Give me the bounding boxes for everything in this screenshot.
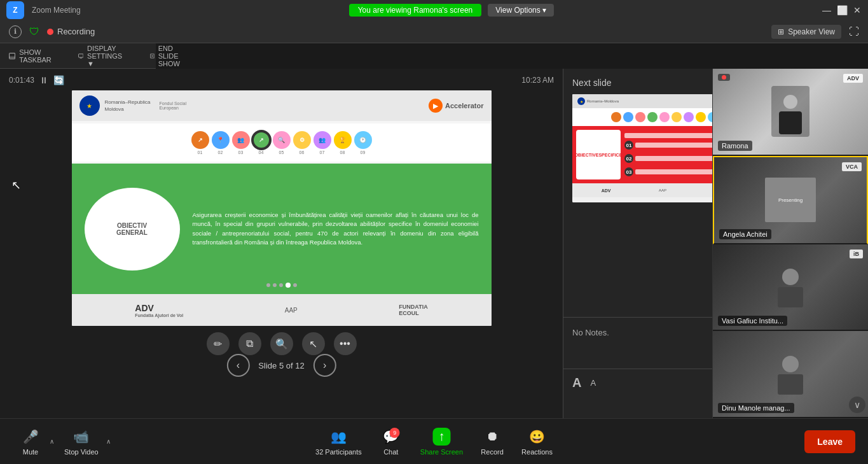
ns-obiective-subtitle: SPECIFICE [598,153,622,157]
toolbar-right: Leave [804,430,855,453]
info-bar-left: ℹ 🛡 Recording [9,25,95,38]
microphone-icon: 🎤 [22,428,39,446]
nsp-1 [611,112,621,122]
nav-dot-3 [279,283,283,287]
participants-button[interactable]: 👥 32 Participants [309,424,368,460]
mute-button[interactable]: 🎤 Mute [13,424,48,460]
window-controls: — ⬜ ✕ [822,6,862,15]
ns-footer-adv: ADV [602,188,611,193]
video-thumb-angela: Presenting VCA Angela Achitei [713,156,868,244]
nsp-4 [647,112,658,122]
ns-num-3: 03 [624,167,633,176]
eu-logo: ★ [79,95,100,116]
minimize-button[interactable]: — [822,6,831,15]
pen-tool-button[interactable]: ✏ [207,332,230,355]
eu-logo-area: ★ Romania–RepublicaMoldova Fondul Social… [79,95,186,116]
recording-label: Recording [57,27,95,36]
screen-share-status: You are viewing Ramona's screen [349,4,482,17]
mute-chevron-icon[interactable]: ∧ [50,438,54,445]
slide-top-bar: ★ Romania–RepublicaMoldova Fondul Social… [72,90,492,121]
video-chevron-icon[interactable]: ∧ [106,438,111,445]
nav-dot-2 [273,283,277,287]
vasi-name-badge: Vasi Gafiuc Institu... [718,316,787,326]
leave-button[interactable]: Leave [804,430,855,453]
app-name: Zoom Meeting [32,6,81,15]
scroll-participants-button[interactable]: ∨ [849,397,865,413]
pointer-tool-button[interactable]: ↖ [302,332,325,355]
nsp-7 [684,112,694,122]
font-increase-button[interactable]: A [572,376,581,390]
notes-text: No Notes. [572,328,609,337]
show-taskbar-button[interactable]: SHOW TASKBAR [9,48,55,64]
reactions-button[interactable]: 😀 Reactions [515,424,559,460]
recording-badge: Recording [47,27,95,36]
speaker-grid-icon: ⊞ [778,27,784,36]
bottom-toolbar: 🎤 Mute ∧ 📹 Stop Video ∧ 👥 32 Participant… [0,418,868,464]
font-decrease-button[interactable]: A [590,378,596,388]
info-icon[interactable]: ℹ [9,25,22,38]
dinu-head [782,356,799,372]
slide-main-content: OBIECTIV GENERAL Asigurarea creșterii ec… [72,164,492,294]
ns-num-1: 01 [624,141,633,150]
slide-progress-row: ↗01 📍02 👥03 ↗04 🔍05 ⚙06 👥07 🏆08 🕐09 [72,123,492,162]
ramona-head [783,95,797,109]
nsp-5 [659,112,670,122]
obiectiv-box: OBIECTIV GENERAL [85,188,180,271]
ib-logo-overlay: iB [850,250,863,258]
refresh-icon: 🔄 [53,75,64,85]
speaker-view-label: Speaker View [788,27,835,36]
participants-label: 32 Participants [315,448,362,456]
share-screen-icon: ↑ [432,428,450,446]
ns-footer-aap: AAP [659,188,666,192]
search-tool-button[interactable]: 🔍 [270,332,293,355]
display-settings-button[interactable]: DISPLAY SETTINGS ▼ [78,45,127,67]
close-button[interactable]: ✕ [853,6,862,15]
ns-obiective-box: OBIECTIVE SPECIFICE [576,130,621,179]
presentation-toolbar: SHOW TASKBAR DISPLAY SETTINGS ▼ END SLID… [0,43,156,69]
slide-header: 0:01:43 ⏸ 🔄 10:23 AM [6,75,556,85]
slide-nav-indicator [72,280,492,290]
view-options-button[interactable]: View Options ▾ [488,4,554,17]
acc-icon: ▶ [429,99,443,113]
stop-video-button[interactable]: 📹 Stop Video [58,424,105,460]
angela-name-badge: Angela Achitei [719,229,771,239]
fund-text: Fondul SocialEuropean [160,101,186,110]
ramona-figure [771,86,809,137]
end-slideshow-button[interactable]: END SLIDE SHOW [150,45,186,67]
restore-button[interactable]: ⬜ [837,6,846,15]
share-screen-label: Share Screen [420,448,463,456]
chat-button[interactable]: 💬 9 Chat [373,424,409,460]
video-sidebar: ADV Ramona Presenting VCA Angela Achitei… [712,69,868,418]
stop-video-label: Stop Video [64,448,99,456]
ns-eu-logo: ★ [577,97,585,105]
ramona-body [779,111,802,134]
participants-icon: 👥 [329,428,347,446]
speaker-view-button[interactable]: ⊞ Speaker View [771,25,841,39]
share-screen-button[interactable]: ↑ Share Screen [414,424,469,460]
dinu-figure [775,353,806,395]
slide-footer: ADV Fundatia Ajutori de Vol AAP FUNDATIA… [72,294,492,326]
footer-logo-aap: AAP [285,307,298,314]
vca-logo-overlay: VCA [842,162,862,171]
next-slide-button[interactable]: › [313,354,336,377]
recording-dot [47,29,53,35]
dinu-name-badge: Dinu Manole manag... [718,403,794,413]
prog-4: ↗04 [252,131,270,155]
adv-logo-overlay: ADV [843,74,863,83]
record-button[interactable]: ⏺ Record [474,424,510,460]
zoom-logo: Z [6,1,24,19]
vasi-head [782,269,799,285]
nav-dot-1 [266,283,270,287]
chat-label: Chat [383,448,398,456]
fullscreen-button[interactable]: ⛶ [849,26,859,38]
romania-moldova-text: Romania–RepublicaMoldova [105,99,151,113]
slide-navigation: ‹ Slide 5 of 12 › [226,354,336,377]
slide-container: ★ Romania–RepublicaMoldova Fondul Social… [72,90,492,326]
crop-tool-button[interactable]: ⧉ [238,332,261,355]
prog-2: 📍02 [212,131,230,155]
video-thumb-vasi: iB Vasi Gafiuc Institu... [713,244,868,332]
more-tools-button[interactable]: ••• [334,332,357,355]
chevron-down-participants-icon: ∨ [854,400,860,410]
ramona-name-badge: Ramona [718,141,752,151]
prev-slide-button[interactable]: ‹ [226,354,249,377]
